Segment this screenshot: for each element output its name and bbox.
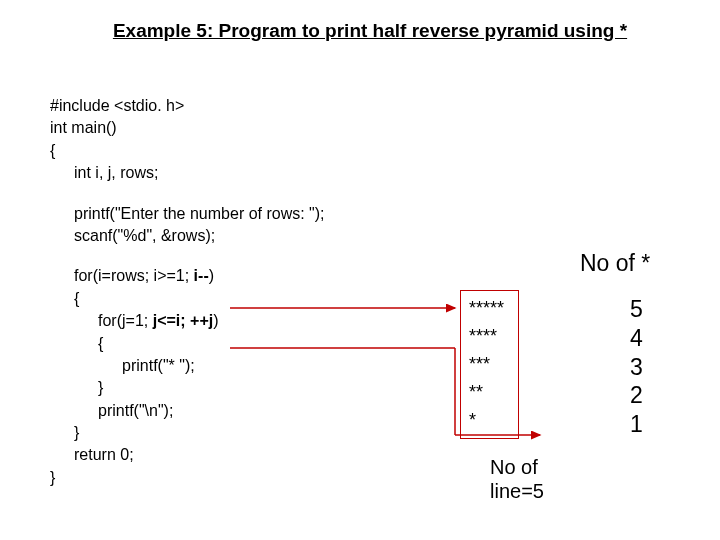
code-line: printf("Enter the number of rows: "); — [50, 203, 325, 225]
code-line: } — [50, 467, 325, 489]
output-row: **** — [469, 323, 504, 351]
output-box: ***** **** *** ** * — [460, 290, 519, 439]
code-line: { — [50, 140, 325, 162]
code-line: #include <stdio. h> — [50, 95, 325, 117]
code-seg: ) — [209, 267, 214, 284]
code-seg: for(i=rows; i>=1; — [74, 267, 194, 284]
no-of-line-b: line=5 — [490, 479, 544, 503]
code-seg: ) — [213, 312, 218, 329]
no-of-star-label: No of * — [580, 250, 650, 277]
code-line: int i, j, rows; — [50, 162, 325, 184]
code-line: } — [50, 422, 325, 444]
code-line: printf("* "); — [50, 355, 325, 377]
count: 5 — [630, 295, 643, 324]
output-row: * — [469, 407, 504, 435]
count: 1 — [630, 410, 643, 439]
code-line: } — [50, 377, 325, 399]
code-line: return 0; — [50, 444, 325, 466]
code-line: int main() — [50, 117, 325, 139]
code-seg: for(j=1; — [98, 312, 153, 329]
slide-title: Example 5: Program to print half reverse… — [60, 20, 680, 42]
code-line: { — [50, 333, 325, 355]
no-of-line-label: No of line=5 — [490, 455, 544, 503]
output-row: ** — [469, 379, 504, 407]
code-line: scanf("%d", &rows); — [50, 225, 325, 247]
no-of-line-a: No of — [490, 455, 544, 479]
count: 4 — [630, 324, 643, 353]
code-bold: i-- — [194, 267, 209, 284]
code-line: for(j=1; j<=i; ++j) — [50, 310, 325, 332]
count: 3 — [630, 353, 643, 382]
count-column: 5 4 3 2 1 — [630, 295, 643, 439]
code-bold: j<=i; ++j — [153, 312, 213, 329]
output-row: *** — [469, 351, 504, 379]
count: 2 — [630, 381, 643, 410]
code-line: for(i=rows; i>=1; i--) — [50, 265, 325, 287]
output-row: ***** — [469, 295, 504, 323]
code-block: #include <stdio. h> int main() { int i, … — [50, 95, 325, 489]
code-line: printf("\n"); — [50, 400, 325, 422]
code-line: { — [50, 288, 325, 310]
